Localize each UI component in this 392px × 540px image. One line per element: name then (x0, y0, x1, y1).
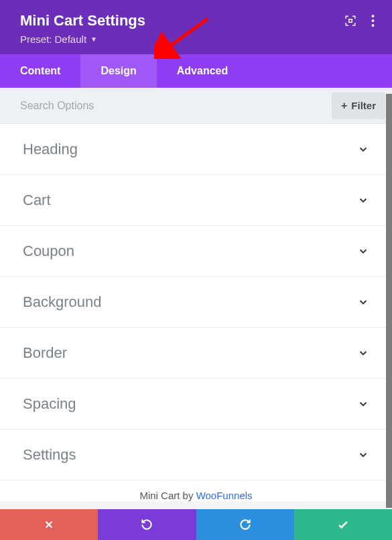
more-menu-icon[interactable] (371, 15, 375, 27)
save-button[interactable] (294, 509, 392, 540)
filter-button[interactable]: + Filter (332, 92, 385, 119)
section-border[interactable]: Border (0, 328, 392, 379)
close-button[interactable] (0, 509, 98, 540)
caret-down-icon: ▼ (90, 36, 97, 43)
section-label: Heading (23, 141, 78, 158)
chevron-down-icon (357, 398, 369, 410)
plus-icon: + (341, 100, 347, 112)
preset-selector[interactable]: Preset: Default ▼ (20, 33, 372, 45)
section-background[interactable]: Background (0, 277, 392, 328)
tab-advanced[interactable]: Advanced (157, 54, 248, 88)
credit-prefix: Mini Cart by (139, 490, 196, 501)
search-row: + Filter (0, 88, 392, 124)
section-coupon[interactable]: Coupon (0, 226, 392, 277)
svg-point-2 (372, 19, 375, 22)
expand-icon[interactable] (344, 15, 356, 27)
preset-label: Preset: (20, 33, 52, 45)
page-title: Mini Cart Settings (20, 12, 372, 29)
section-heading[interactable]: Heading (0, 124, 392, 175)
tab-bar: Content Design Advanced (0, 54, 392, 88)
search-input[interactable] (20, 88, 332, 123)
header-icons (344, 15, 375, 27)
svg-point-1 (372, 15, 375, 17)
footer-credit: Mini Cart by WooFunnels (0, 480, 392, 501)
chevron-down-icon (357, 347, 369, 359)
undo-button[interactable] (98, 509, 196, 540)
section-label: Background (23, 293, 101, 311)
chevron-down-icon (357, 449, 369, 461)
section-label: Spacing (23, 395, 76, 413)
svg-rect-0 (349, 19, 352, 23)
scrollbar-track[interactable] (386, 94, 392, 508)
section-settings[interactable]: Settings (0, 429, 392, 480)
filter-label: Filter (351, 100, 376, 111)
section-cart[interactable]: Cart (0, 175, 392, 226)
preset-value: Default (55, 33, 87, 45)
svg-point-3 (372, 24, 375, 27)
section-label: Coupon (23, 243, 74, 260)
settings-header: Mini Cart Settings Preset: Default ▼ (0, 0, 392, 54)
chevron-down-icon (357, 245, 369, 257)
redo-button[interactable] (196, 509, 294, 540)
sections-list: Heading Cart Coupon Background Border Sp… (0, 124, 392, 480)
section-label: Border (23, 344, 67, 362)
section-spacing[interactable]: Spacing (0, 379, 392, 429)
chevron-down-icon (357, 143, 369, 155)
tab-content[interactable]: Content (0, 54, 80, 88)
chevron-down-icon (357, 296, 369, 308)
tab-design[interactable]: Design (80, 54, 156, 88)
credit-link[interactable]: WooFunnels (196, 490, 253, 501)
action-bar (0, 509, 392, 540)
section-label: Settings (23, 446, 76, 464)
chevron-down-icon (357, 194, 369, 206)
section-label: Cart (23, 192, 51, 209)
